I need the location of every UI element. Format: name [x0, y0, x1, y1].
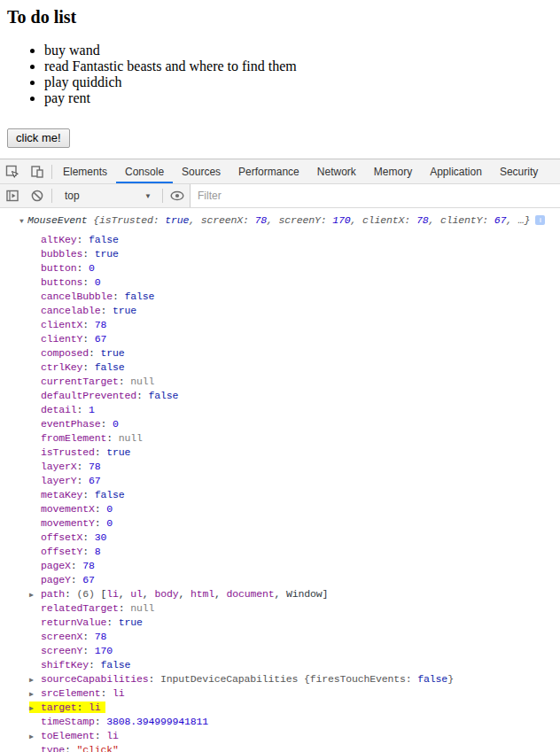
console-message-header[interactable]: ▼MouseEvent {isTrusted: true, screenX: 7…	[0, 213, 560, 229]
click-me-button[interactable]: click me!	[7, 128, 70, 148]
expand-arrow-icon[interactable]: ▶	[29, 673, 41, 687]
console-property-row[interactable]: ▶srcElement: li	[0, 686, 560, 701]
screen: To do list buy wandread Fantastic beasts…	[0, 0, 560, 752]
property-line: ▶path: (6) [li, ul, body, html, document…	[29, 588, 328, 600]
property-line: timeStamp: 3808.394999941811	[29, 716, 208, 727]
property-line: type: "click"	[29, 744, 119, 752]
property-value: "click"	[77, 744, 119, 752]
property-name: isTrusted	[41, 446, 95, 458]
property-separator: :	[113, 291, 125, 302]
property-separator: :	[106, 432, 119, 444]
todo-item[interactable]: read Fantastic beasts and where to find …	[44, 58, 553, 74]
expand-arrow-icon[interactable]: ▼	[19, 214, 27, 229]
eye-icon[interactable]	[165, 184, 190, 207]
property-separator: :	[82, 631, 95, 642]
property-line: fromElement: null	[29, 432, 143, 444]
property-line: ctrlKey: false	[29, 361, 125, 373]
console-property-row[interactable]: ▶sourceCapabilities: InputDeviceCapabili…	[0, 672, 560, 686]
toolbar-divider	[51, 189, 52, 203]
property-name: button	[41, 262, 77, 274]
property-value: 0	[95, 276, 101, 288]
property-line: returnValue: true	[29, 616, 143, 628]
property-value: html	[191, 588, 214, 600]
console-property-row: ctrlKey: false	[0, 360, 560, 375]
tab-console[interactable]: Console	[116, 159, 173, 183]
console-property-row: pageX: 78	[0, 559, 560, 573]
property-separator: :	[101, 418, 113, 430]
devtools-tabbar: ElementsConsoleSourcesPerformanceNetwork…	[0, 159, 560, 184]
property-line: clientX: 78	[29, 319, 106, 330]
tab-performance[interactable]: Performance	[229, 159, 308, 183]
console-property-row: type: "click"	[0, 743, 560, 752]
property-value: true	[165, 214, 189, 226]
console-property-row: offsetX: 30	[0, 531, 560, 545]
filter-input[interactable]	[198, 190, 542, 202]
property-value: 0	[113, 418, 119, 430]
property-separator: :	[77, 234, 89, 245]
property-name: cancelBubble	[41, 291, 113, 302]
property-value: false	[149, 390, 179, 401]
tab-security[interactable]: Security	[491, 159, 547, 183]
property-value: true	[119, 616, 143, 628]
property-value: false	[95, 361, 125, 373]
property-name: toElement	[41, 730, 95, 741]
console-property-row: timeStamp: 3808.394999941811	[0, 715, 560, 729]
property-name: pageY	[41, 574, 71, 585]
tab-elements[interactable]: Elements	[54, 159, 116, 183]
context-selector-value: top	[65, 190, 80, 202]
expand-arrow-icon[interactable]: ▶	[29, 687, 41, 702]
property-separator: :	[136, 390, 149, 401]
tab-application[interactable]: Application	[421, 159, 491, 183]
property-separator: :	[95, 716, 107, 727]
property-line: cancelable: true	[29, 305, 136, 316]
property-value: , screenY:	[267, 214, 332, 226]
inspect-icon[interactable]	[0, 160, 25, 183]
device-toolbar-icon[interactable]	[25, 160, 50, 183]
todo-item[interactable]: play quiddich	[44, 74, 553, 90]
property-line: pageX: 78	[29, 560, 95, 571]
property-name: relatedTarget	[41, 602, 119, 614]
property-value: InputDeviceCapabilities {firesTouchEvent…	[160, 673, 417, 685]
console-property-row[interactable]: ▶target: li	[0, 701, 560, 715]
property-name: composed	[41, 347, 89, 359]
property-name: srcElement	[41, 687, 101, 699]
property-separator: :	[95, 517, 107, 529]
tab-network[interactable]: Network	[308, 159, 365, 183]
tab-sources[interactable]: Sources	[173, 159, 229, 183]
expand-arrow-icon[interactable]: ▶	[29, 588, 41, 602]
property-value: false	[95, 489, 125, 500]
console-property-row: currentTarget: null	[0, 375, 560, 389]
property-value: null	[130, 376, 154, 387]
console-property-row[interactable]: ▶path: (6) [li, ul, body, html, document…	[0, 587, 560, 601]
console-toolbar: top ▼	[0, 184, 560, 208]
console-sidebar-icon[interactable]	[0, 184, 25, 207]
property-separator: :	[77, 404, 89, 415]
property-value: 30	[95, 531, 107, 543]
clear-console-icon[interactable]	[25, 184, 50, 207]
todo-item[interactable]: pay rent	[44, 90, 553, 106]
property-value: ,	[143, 588, 155, 600]
property-line: ▶target: li	[29, 702, 105, 713]
property-value: true	[95, 248, 119, 260]
toolbar-divider	[162, 189, 163, 203]
property-line: layerX: 78	[29, 461, 101, 472]
property-line: relatedTarget: null	[29, 602, 154, 614]
expand-arrow-icon[interactable]: ▶	[29, 702, 41, 716]
todo-item[interactable]: buy wand	[44, 43, 553, 58]
property-separator: :	[119, 376, 131, 387]
property-name: offsetY	[41, 546, 82, 557]
console-property-row: screenY: 170	[0, 644, 560, 658]
property-value: li	[113, 687, 125, 699]
context-selector[interactable]: top ▼	[54, 190, 160, 202]
property-name: pageX	[41, 560, 71, 571]
property-value: 78	[95, 631, 107, 642]
property-value: document	[226, 588, 274, 600]
expand-arrow-icon[interactable]: ▶	[29, 730, 41, 744]
tab-memory[interactable]: Memory	[365, 159, 421, 183]
property-separator: :	[82, 276, 95, 288]
property-name: altKey	[41, 234, 77, 245]
console-property-row[interactable]: ▶toElement: li	[0, 729, 560, 743]
property-separator: :	[77, 702, 89, 713]
property-value: }	[447, 673, 454, 685]
property-value: MouseEvent	[27, 214, 93, 226]
